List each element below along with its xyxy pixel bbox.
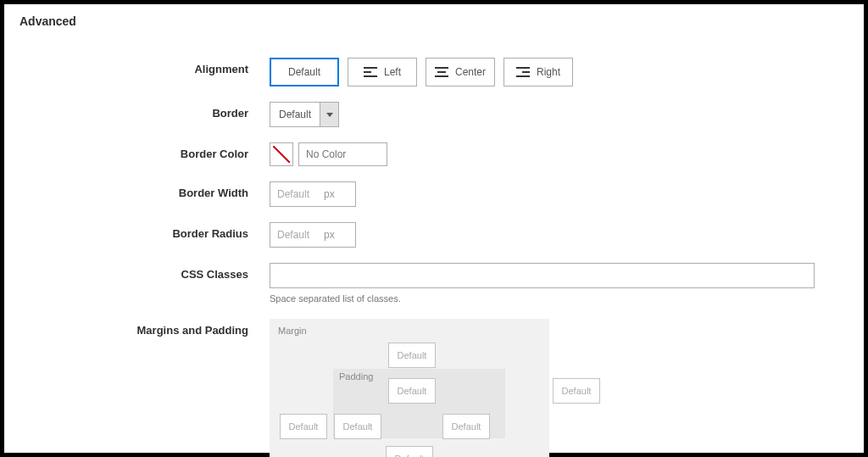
border-width-wrap: px bbox=[270, 181, 356, 207]
border-width-input[interactable] bbox=[277, 188, 324, 200]
border-radius-row: Border Radius px bbox=[19, 222, 849, 248]
alignment-right-button[interactable]: Right bbox=[504, 58, 573, 86]
svg-rect-3 bbox=[435, 67, 448, 69]
alignment-row: Alignment Default Left Center bbox=[19, 58, 849, 86]
padding-section-label: Padding bbox=[339, 371, 373, 382]
svg-rect-6 bbox=[516, 67, 530, 69]
svg-rect-1 bbox=[364, 71, 371, 73]
border-width-label: Border Width bbox=[19, 181, 270, 199]
css-classes-input[interactable] bbox=[270, 263, 815, 288]
alignment-default-button[interactable]: Default bbox=[270, 58, 339, 86]
alignment-right-text: Right bbox=[537, 66, 560, 78]
svg-rect-8 bbox=[516, 75, 530, 77]
border-color-input[interactable] bbox=[298, 142, 387, 166]
svg-rect-7 bbox=[522, 71, 530, 73]
alignment-center-button[interactable]: Center bbox=[426, 58, 495, 86]
css-classes-row: CSS Classes Space separated list of clas… bbox=[19, 263, 849, 304]
border-width-row: Border Width px bbox=[19, 181, 849, 207]
border-label: Border bbox=[19, 102, 270, 120]
border-select[interactable]: Default bbox=[270, 102, 339, 127]
alignment-left-button[interactable]: Left bbox=[348, 58, 417, 86]
alignment-center-text: Center bbox=[455, 66, 486, 78]
svg-rect-4 bbox=[437, 71, 446, 73]
align-left-icon bbox=[364, 67, 377, 77]
margin-top-input[interactable] bbox=[388, 343, 436, 368]
align-right-icon bbox=[516, 67, 530, 77]
margins-padding-row: Margins and Padding Margin Padding bbox=[19, 319, 849, 457]
section-title: Advanced bbox=[19, 14, 849, 28]
no-color-swatch[interactable] bbox=[270, 142, 293, 166]
alignment-left-text: Left bbox=[384, 66, 401, 78]
border-row: Border Default bbox=[19, 102, 849, 127]
alignment-group: Default Left Center bbox=[270, 58, 815, 86]
border-radius-input[interactable] bbox=[277, 229, 324, 241]
border-color-row: Border Color bbox=[19, 142, 849, 166]
alignment-label: Alignment bbox=[19, 58, 270, 75]
margin-left-input[interactable] bbox=[280, 414, 327, 439]
svg-rect-5 bbox=[435, 75, 448, 77]
border-radius-unit: px bbox=[324, 229, 335, 241]
margin-section-label: Margin bbox=[278, 326, 541, 336]
border-select-value: Default bbox=[270, 103, 320, 126]
align-center-icon bbox=[435, 67, 448, 77]
border-color-label: Border Color bbox=[19, 142, 270, 160]
padding-bottom-input[interactable] bbox=[386, 446, 433, 457]
alignment-default-text: Default bbox=[288, 66, 320, 78]
svg-rect-2 bbox=[364, 75, 377, 77]
margins-padding-box: Margin Padding bbox=[270, 319, 549, 457]
padding-right-input[interactable] bbox=[442, 414, 490, 439]
padding-left-input[interactable] bbox=[334, 414, 381, 439]
border-width-unit: px bbox=[324, 188, 335, 200]
chevron-down-icon bbox=[320, 103, 338, 126]
padding-top-input[interactable] bbox=[388, 378, 436, 404]
margin-right-input[interactable] bbox=[553, 378, 600, 404]
css-classes-label: CSS Classes bbox=[19, 263, 270, 281]
border-radius-label: Border Radius bbox=[19, 222, 270, 240]
border-radius-wrap: px bbox=[270, 222, 356, 248]
css-classes-help: Space separated list of classes. bbox=[270, 293, 815, 304]
svg-rect-0 bbox=[364, 67, 377, 69]
margins-padding-label: Margins and Padding bbox=[19, 319, 270, 337]
